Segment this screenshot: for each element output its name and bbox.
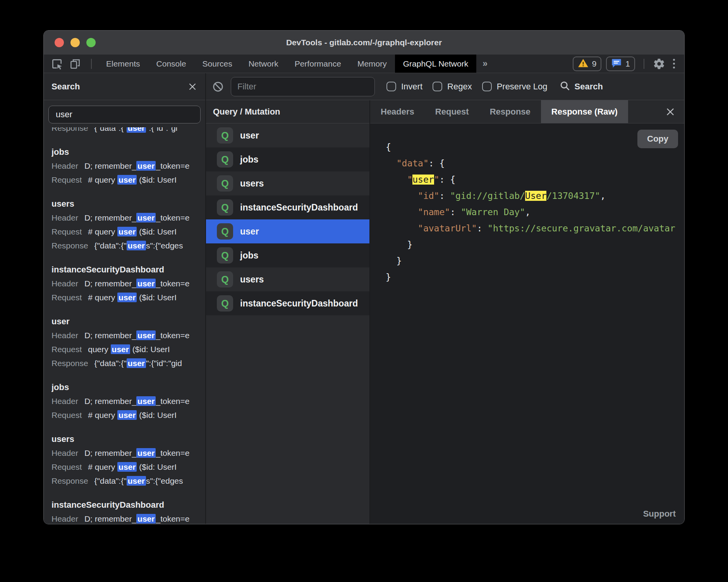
search-result-row[interactable]: Request# query user ($id: UserI (52, 225, 201, 239)
tab-memory[interactable]: Memory (349, 55, 395, 73)
json-token: { (439, 158, 445, 168)
checkbox[interactable] (386, 82, 396, 91)
json-line: "id": "gid://gitlab/User/13704317", (386, 188, 684, 204)
query-list-item-user[interactable]: Q user (206, 123, 369, 147)
json-token: , (525, 207, 531, 217)
close-window-button[interactable] (55, 38, 64, 47)
issues-badge[interactable]: 1 (606, 56, 635, 71)
search-result-row[interactable]: Response{"data":{"users":{"edges (52, 239, 201, 253)
search-result-row[interactable]: Response{"data":{"users":{"edges (52, 474, 201, 488)
search-result-row-label: Header (52, 514, 78, 523)
zoom-window-button[interactable] (86, 38, 96, 47)
checkbox[interactable] (433, 82, 442, 91)
json-viewer: {"data": {"user": {"id": "gid://gitlab/U… (386, 139, 684, 285)
filter-checkbox-regex[interactable]: Regex (433, 82, 472, 92)
filter-checkbox-invert[interactable]: Invert (386, 82, 422, 92)
match-highlight: user (127, 241, 146, 250)
copy-button[interactable]: Copy (637, 130, 678, 148)
kebab-menu-icon[interactable] (670, 59, 678, 68)
match-highlight: user (127, 476, 146, 486)
match-highlight: user (136, 161, 156, 171)
search-result-row[interactable]: Requestquery user ($id: UserI (52, 342, 201, 356)
detail-tab-response-raw[interactable]: Response (Raw) (541, 100, 628, 123)
json-token: : (429, 158, 440, 168)
detail-tab-response[interactable]: Response (479, 100, 541, 123)
search-result-row[interactable]: Request# query user ($id: UserI (52, 291, 201, 305)
tab-console[interactable]: Console (148, 55, 194, 73)
tab-sources[interactable]: Sources (194, 55, 240, 73)
search-result-group-title[interactable]: users (52, 197, 201, 211)
warning-count: 9 (592, 59, 597, 68)
search-result-row-label: Response (52, 127, 88, 132)
response-raw-view: Copy {"data": {"user": {"id": "gid://git… (370, 123, 684, 524)
search-result-group-title[interactable]: users (52, 432, 201, 446)
detail-tab-headers[interactable]: Headers (370, 100, 425, 123)
search-result-row-content: D; remember_user_token=e (84, 213, 190, 223)
query-list-item-users[interactable]: Q users (206, 267, 369, 291)
tab-graphql-network[interactable]: GraphQL Network (395, 55, 476, 73)
detail-panel-close-icon[interactable] (656, 100, 684, 123)
search-result-group-title[interactable]: user (52, 315, 201, 329)
search-result-row[interactable]: Response{"data":{"user":{"id":"gid (52, 356, 201, 370)
inspect-element-icon[interactable] (51, 58, 63, 70)
query-list-item-jobs[interactable]: Q jobs (206, 243, 369, 267)
search-result-group-title[interactable]: instanceSecurityDashboard (52, 263, 201, 277)
query-list-item-jobs[interactable]: Q jobs (206, 147, 369, 171)
match-highlight: user (136, 330, 156, 340)
tab-network[interactable]: Network (240, 55, 287, 73)
match-highlight: user (117, 462, 137, 472)
search-result-group-title[interactable]: jobs (52, 145, 201, 159)
search-result-row[interactable]: HeaderD; remember_user_token=e (52, 277, 201, 291)
query-type-badge: Q (217, 175, 233, 192)
search-result-row-content: query user ($id: UserI (88, 344, 170, 354)
search-input[interactable] (48, 106, 201, 123)
checkbox-label: Regex (447, 82, 472, 92)
search-result-row-label: Response (52, 476, 88, 485)
minimize-window-button[interactable] (70, 38, 80, 47)
search-result-row[interactable]: Response{"data":{"user":{"id":"gi (52, 127, 201, 135)
query-list-item-label: jobs (240, 154, 258, 165)
query-list-item-user[interactable]: Q user (206, 219, 369, 243)
block-icon[interactable] (212, 81, 224, 92)
search-result-row[interactable]: HeaderD; remember_user_token=e (52, 329, 201, 342)
filter-bar: Invert Regex Preserve Log Search (206, 73, 684, 100)
search-result-row[interactable]: Request# query user ($id: UserI (52, 460, 201, 474)
search-result-group-title[interactable]: jobs (52, 380, 201, 394)
json-line: } (386, 269, 684, 285)
search-result-row[interactable]: HeaderD; remember_user_token=e (52, 211, 201, 225)
search-result-row-label: Header (52, 279, 78, 288)
toolbar-left-icons (44, 55, 98, 73)
tab-elements[interactable]: Elements (98, 55, 148, 73)
search-result-row-label: Request (52, 175, 82, 184)
json-token: " (434, 175, 440, 185)
query-list-item-users[interactable]: Q users (206, 171, 369, 195)
search-result-row[interactable]: HeaderD; remember_user_token=e (52, 512, 201, 524)
search-toggle[interactable]: Search (560, 80, 603, 93)
search-result-row[interactable]: HeaderD; remember_user_token=e (52, 446, 201, 460)
search-result-row-label: Header (52, 161, 78, 170)
query-list-item-instancesecuritydashboard[interactable]: Q instanceSecurityDashboard (206, 195, 369, 219)
warnings-badge[interactable]: 9 (573, 56, 602, 71)
detail-tab-request[interactable]: Request (425, 100, 479, 123)
search-result-row[interactable]: HeaderD; remember_user_token=e (52, 394, 201, 408)
search-result-row[interactable]: Request# query user ($id: UserI (52, 408, 201, 422)
filter-input[interactable] (231, 77, 375, 96)
checkbox[interactable] (482, 82, 492, 91)
search-result-group-title[interactable]: instanceSecurityDashboard (52, 498, 201, 512)
search-result-row[interactable]: HeaderD; remember_user_token=e (52, 159, 201, 173)
query-list-item-instancesecuritydashboard[interactable]: Q instanceSecurityDashboard (206, 291, 369, 315)
match-highlight: user (117, 175, 137, 185)
search-panel-body: Response{"data":{"user":{"id":"gi jobs H… (44, 100, 205, 524)
more-tabs-button[interactable]: » (476, 55, 494, 73)
device-toolbar-icon[interactable] (69, 58, 81, 70)
gear-icon[interactable] (653, 58, 665, 70)
network-lower: Query / Mutation Q user Q jobs Q users Q… (206, 100, 684, 524)
filter-checkbox-preserve-log[interactable]: Preserve Log (482, 82, 548, 92)
search-result-row[interactable]: Request# query user ($id: UserI (52, 173, 201, 187)
support-link[interactable]: Support (643, 509, 676, 519)
search-result-row-content: {"data":{"users":{"edges (94, 476, 183, 486)
search-panel-close-icon[interactable] (187, 82, 197, 92)
devtools-tab-strip: ElementsConsoleSourcesNetworkPerformance… (98, 55, 476, 73)
tab-performance[interactable]: Performance (287, 55, 349, 73)
search-result-row-label: Request (52, 293, 82, 302)
